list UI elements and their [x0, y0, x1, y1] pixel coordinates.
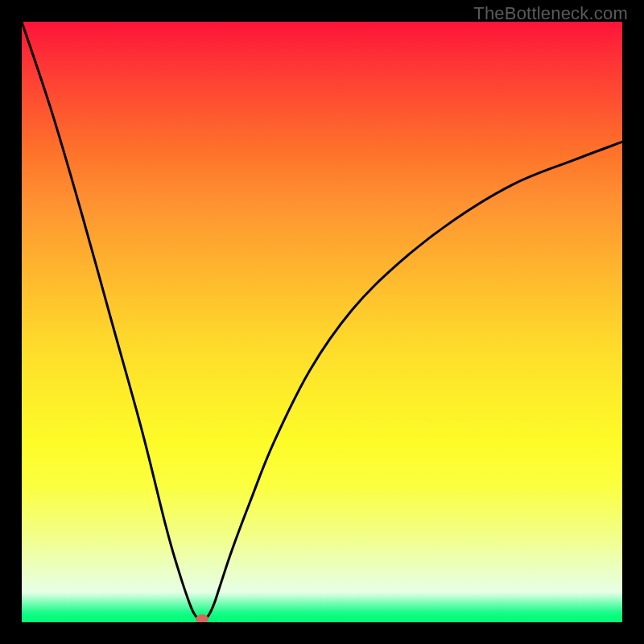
plot-area: [22, 22, 622, 622]
watermark-text: TheBottleneck.com: [473, 3, 628, 24]
bottleneck-curve: [22, 22, 622, 622]
bottleneck-marker: [196, 614, 208, 622]
